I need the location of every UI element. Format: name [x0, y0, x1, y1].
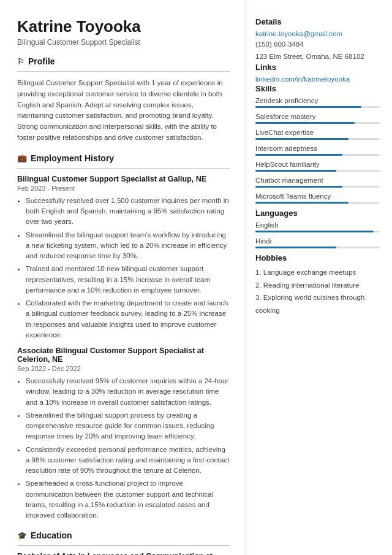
language-item: Hindi — [255, 237, 380, 248]
job-item-1: Bilingual Customer Support Specialist at… — [17, 175, 230, 340]
language-bar-bg — [255, 247, 380, 248]
hobbies-list: 1. Language exchange meetups2. Reading i… — [255, 266, 380, 317]
skill-bar-fill — [255, 106, 361, 108]
links-section: Links linkedin.com/in/katrinetoyooka — [255, 63, 380, 83]
skill-bar-bg — [255, 154, 380, 156]
skill-item: Microsoft Teams fluency — [255, 193, 380, 204]
education-divider — [17, 545, 230, 546]
hobbies-title: Hobbies — [255, 253, 380, 262]
job-dates-1: Feb 2023 - Present — [17, 185, 230, 192]
language-bar-fill — [255, 247, 336, 248]
email-link[interactable]: katrine.toyooka@gmail.com — [255, 30, 380, 37]
job-item-2: Associate Bilingual Customer Support Spe… — [17, 346, 230, 521]
skill-name: Intercom adeptness — [255, 145, 380, 152]
languages-title: Languages — [255, 209, 380, 218]
language-bar-fill — [255, 231, 374, 232]
bullet-item: Successfully resolved over 1,500 custome… — [26, 196, 230, 228]
skill-name: Salesforce mastery — [255, 113, 380, 120]
skills-title: Skills — [255, 84, 380, 93]
hobbies-section: Hobbies 1. Language exchange meetups2. R… — [255, 253, 380, 317]
skill-bar-bg — [255, 138, 380, 140]
skill-bar-fill — [255, 138, 349, 140]
skill-bar-fill — [255, 154, 342, 156]
candidate-title: Bilingual Customer Support Specialist — [17, 38, 230, 47]
right-column: Details katrine.toyooka@gmail.com (150) … — [245, 0, 392, 555]
skills-section: Skills Zendesk proficiency Salesforce ma… — [255, 84, 380, 204]
employment-divider — [17, 168, 230, 169]
skill-name: Zendesk proficiency — [255, 97, 380, 104]
bullet-item: Consistently exceeded personal performan… — [26, 445, 230, 477]
skill-name: LiveChat expertise — [255, 129, 380, 136]
linkedin-link[interactable]: linkedin.com/in/katrinetoyooka — [255, 75, 380, 83]
languages-list: English Hindi — [255, 221, 380, 248]
bullet-item: Streamlined the bilingual support proces… — [26, 410, 230, 442]
details-section: Details katrine.toyooka@gmail.com (150) … — [255, 17, 380, 63]
employment-section-title: 💼 Employment History — [17, 153, 230, 163]
skill-name: Microsoft Teams fluency — [255, 193, 380, 200]
bullet-item: Trained and mentored 10 new bilingual cu… — [26, 264, 230, 296]
skill-bar-bg — [255, 186, 380, 188]
address-text: 123 Elm Street, Omaha, NE 68102 — [255, 51, 380, 63]
candidate-name: Katrine Toyooka — [17, 17, 230, 36]
skill-bar-bg — [255, 202, 380, 204]
employment-icon: 💼 — [17, 153, 27, 163]
profile-section-title: ⚐ Profile — [17, 56, 230, 66]
skill-bar-fill — [255, 202, 349, 204]
hobby-item: 3. Exploring world cuisines through cook… — [255, 291, 380, 316]
left-column: Katrine Toyooka Bilingual Customer Suppo… — [0, 0, 245, 555]
education-section-title: 🎓 Education — [17, 530, 230, 540]
bullet-item: Collaborated with the marketing departme… — [26, 298, 230, 340]
skill-bar-fill — [255, 170, 336, 172]
job-bullets-2: Successfully resolved 95% of customer in… — [17, 376, 230, 521]
education-icon: 🎓 — [17, 531, 27, 540]
skill-bar-fill — [255, 186, 342, 188]
bullet-item: Spearheaded a cross-functional project t… — [26, 478, 230, 521]
skill-bar-bg — [255, 106, 380, 108]
job-title-1: Bilingual Customer Support Specialist at… — [17, 175, 230, 183]
job-title-2: Associate Bilingual Customer Support Spe… — [17, 346, 230, 364]
languages-section: Languages English Hindi — [255, 209, 380, 248]
edu-item-1: Bachelor of Arts in Languages and Commun… — [17, 552, 230, 555]
language-item: English — [255, 221, 380, 232]
profile-text: Bilingual Customer Support Specialist wi… — [17, 78, 230, 144]
job-bullets-1: Successfully resolved over 1,500 custome… — [17, 196, 230, 340]
profile-icon: ⚐ — [17, 57, 24, 66]
skill-item: Intercom adeptness — [255, 145, 380, 156]
header: Katrine Toyooka Bilingual Customer Suppo… — [17, 17, 230, 47]
hobby-item: 1. Language exchange meetups — [255, 266, 380, 279]
resume-container: Katrine Toyooka Bilingual Customer Suppo… — [0, 0, 392, 555]
skill-bar-bg — [255, 122, 380, 124]
job-dates-2: Sep 2022 - Dec 2022 — [17, 365, 230, 372]
bullet-item: Streamlined the bilingual support team's… — [26, 230, 230, 262]
skill-name: Chatbot management — [255, 177, 380, 184]
skill-item: Salesforce mastery — [255, 113, 380, 124]
employment-section: 💼 Employment History Bilingual Customer … — [17, 153, 230, 521]
profile-divider — [17, 71, 230, 72]
skill-item: Chatbot management — [255, 177, 380, 188]
hobby-item: 2. Reading international literature — [255, 279, 380, 292]
skill-bar-fill — [255, 122, 355, 124]
skill-item: HelpScout familiarity — [255, 161, 380, 172]
language-name: Hindi — [255, 237, 380, 245]
education-section: 🎓 Education Bachelor of Arts in Language… — [17, 530, 230, 555]
links-title: Links — [255, 63, 380, 72]
language-name: English — [255, 221, 380, 229]
language-bar-bg — [255, 231, 380, 232]
profile-section: ⚐ Profile Bilingual Customer Support Spe… — [17, 56, 230, 144]
details-title: Details — [255, 17, 380, 26]
bullet-item: Successfully resolved 95% of customer in… — [26, 376, 230, 408]
skill-bar-bg — [255, 170, 380, 172]
skill-item: LiveChat expertise — [255, 129, 380, 140]
skills-list: Zendesk proficiency Salesforce mastery L… — [255, 97, 380, 204]
skill-name: HelpScout familiarity — [255, 161, 380, 168]
edu-title-1: Bachelor of Arts in Languages and Commun… — [17, 552, 230, 555]
phone-text: (150) 600-3484 — [255, 39, 380, 51]
skill-item: Zendesk proficiency — [255, 97, 380, 108]
